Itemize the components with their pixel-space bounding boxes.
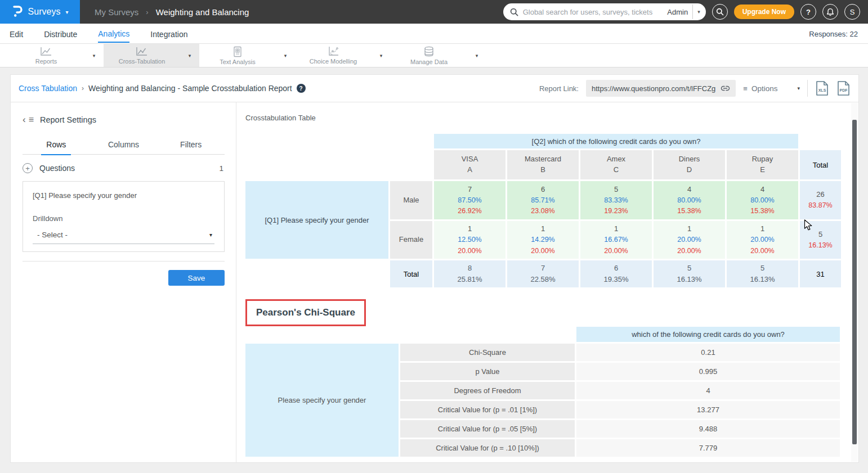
row-question-header: [Q1] Please specify your gender [245, 181, 388, 259]
data-cell: 112.50%20.00% [434, 221, 505, 259]
save-row: Save [23, 270, 225, 286]
stat-value: 13.277 [576, 401, 840, 418]
column-header-visa: VISAA [434, 150, 505, 179]
report-link-label: Report Link: [539, 84, 579, 93]
tab-analytics[interactable]: Analytics [98, 25, 129, 43]
data-cell: 116.67%20.00% [580, 221, 652, 259]
options-label: Options [751, 84, 778, 93]
chi-row-header: Please specify your gender [245, 344, 399, 457]
manage-data-caret-icon[interactable]: ▾ [467, 44, 486, 67]
column-header-rupay: RupayE [727, 150, 798, 179]
total-cell: 516.13% [727, 260, 798, 287]
toolbar-group-manage-data[interactable]: Manage Data ▾ [391, 44, 486, 67]
toolbar-label: Reports [35, 58, 57, 65]
data-cell: 480.00%15.38% [654, 181, 725, 219]
spacer-cell [245, 150, 432, 179]
reports-caret-icon[interactable]: ▾ [84, 44, 104, 67]
tab-integration[interactable]: Integration [150, 25, 187, 42]
user-avatar[interactable]: S [844, 4, 860, 20]
search-scope-label[interactable]: Admin [667, 8, 688, 16]
search-divider [692, 4, 693, 19]
drilldown-selected-value: - Select - [37, 231, 68, 239]
column-header-amex: AmexC [580, 150, 652, 179]
upgrade-now-button[interactable]: Upgrade Now [734, 4, 794, 19]
list-icon: ≡ [743, 84, 748, 93]
question-text: [Q1] Please specify your gender [33, 191, 214, 200]
total-cell: 619.35% [580, 260, 652, 287]
window-breadcrumb: My Surveys › Weighting and Balancing [95, 7, 249, 17]
report-help-icon[interactable]: ? [297, 84, 306, 93]
breadcrumb-my-surveys[interactable]: My Surveys [95, 7, 138, 17]
header-divider [807, 80, 808, 97]
row-header-total: Total [390, 260, 432, 287]
report-scrollbar-track[interactable] [851, 103, 858, 462]
database-icon [423, 46, 435, 57]
report-settings-panel: ‹ ≡ Report Settings Rows Columns Filters… [11, 102, 236, 463]
stat-label: Critical Value for (p = .10 [10%]) [400, 439, 575, 457]
toolbar-item-reports[interactable]: Reports [8, 44, 84, 67]
bell-icon [826, 8, 834, 16]
save-button[interactable]: Save [168, 270, 225, 286]
tab-rows[interactable]: Rows [23, 135, 90, 154]
chevron-right-icon: › [82, 84, 84, 92]
toolbar-item-cross-tabulation[interactable]: Cross-Tabulation [104, 44, 180, 67]
tab-edit[interactable]: Edit [10, 25, 23, 42]
drilldown-select[interactable]: - Select - ▾ [33, 231, 214, 244]
question-icon: ? [806, 8, 811, 16]
hamburger-icon[interactable]: ≡ [29, 115, 34, 124]
stat-label: Chi-Square [400, 344, 575, 361]
stat-value: 0.21 [576, 344, 840, 361]
chevron-down-icon[interactable]: ▾ [65, 9, 68, 15]
app-window: Surveys ▾ My Surveys › Weighting and Bal… [0, 0, 868, 473]
add-question-button[interactable]: + [23, 163, 33, 173]
search-scope-caret-icon[interactable]: ▾ [697, 9, 700, 15]
stat-value: 0.995 [576, 363, 840, 380]
export-xls-button[interactable]: XLS [815, 80, 829, 96]
toolbar-group-choice-modelling[interactable]: Choice Modelling ▾ [295, 44, 391, 67]
tab-distribute[interactable]: Distribute [44, 25, 77, 42]
search-icon [510, 8, 518, 16]
notifications-button[interactable] [822, 4, 838, 20]
questionpro-logo-icon [12, 5, 23, 19]
report-scrollbar-thumb[interactable] [852, 120, 857, 444]
toolbar-group-reports[interactable]: Reports ▾ [8, 44, 104, 67]
cross-tabulation-caret-icon[interactable]: ▾ [180, 44, 199, 67]
help-button[interactable]: ? [800, 4, 816, 20]
search-submit-button[interactable] [712, 4, 728, 20]
questions-count-badge: 1 [219, 164, 225, 173]
toolbar-item-text-analysis[interactable]: Text Analysis [199, 44, 276, 67]
toolbar-item-choice-modelling[interactable]: Choice Modelling [295, 44, 372, 67]
breadcrumb-survey-name: Weighting and Balancing [156, 7, 249, 17]
text-analysis-caret-icon[interactable]: ▾ [276, 44, 295, 67]
svg-text:XLS: XLS [818, 88, 826, 92]
toolbar-item-manage-data[interactable]: Manage Data [391, 44, 467, 67]
table-row: Please specify your gender Chi-Square 0.… [245, 344, 840, 361]
row-total-cell: 2683.87% [800, 181, 841, 219]
choice-modelling-caret-icon[interactable]: ▾ [372, 44, 391, 67]
column-header-total: Total [800, 150, 841, 179]
product-switcher[interactable]: Surveys ▾ [0, 0, 80, 24]
chi-square-table: which of the following credit cards do y… [244, 325, 842, 458]
report-title: Weighting and Balancing - Sample Crossta… [88, 84, 292, 93]
toolbar-group-text-analysis[interactable]: Text Analysis ▾ [199, 44, 295, 67]
line-chart-icon [136, 47, 148, 57]
tab-columns[interactable]: Columns [90, 135, 158, 154]
pearson-title: Pearson's Chi-Square [256, 307, 355, 318]
tab-filters[interactable]: Filters [157, 135, 225, 154]
link-icon[interactable] [721, 85, 730, 92]
toolbar-group-cross-tabulation[interactable]: Cross-Tabulation ▾ [104, 44, 199, 67]
global-search-input[interactable] [523, 8, 663, 16]
export-pdf-button[interactable]: PDF [836, 80, 851, 96]
settings-tabs: Rows Columns Filters [23, 135, 225, 155]
document-grid-icon [232, 46, 243, 57]
global-search[interactable]: Admin ▾ [503, 3, 706, 20]
toolbar-label: Choice Modelling [310, 58, 357, 65]
report-url[interactable]: https://www.questionpro.com/t/lFFCZg [592, 84, 715, 93]
report-link-box[interactable]: https://www.questionpro.com/t/lFFCZg [586, 80, 736, 97]
collapse-panel-icon[interactable]: ‹ [23, 115, 26, 124]
line-chart-icon [40, 47, 52, 57]
options-dropdown[interactable]: ≡ Options ▾ [743, 84, 800, 93]
stat-value: 7.779 [576, 439, 840, 457]
breadcrumb-cross-tabulation-link[interactable]: Cross Tabulation [19, 84, 77, 93]
data-cell: 480.00%15.38% [727, 181, 798, 219]
